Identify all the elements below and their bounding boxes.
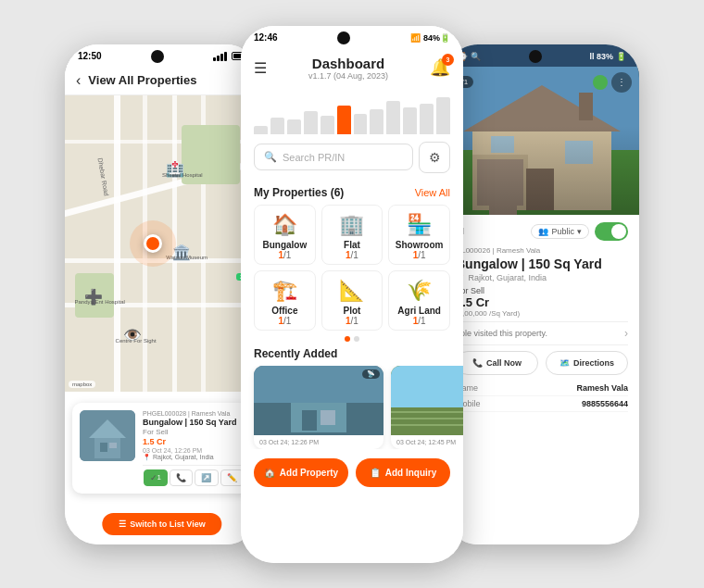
dashboard-header: ☰ Dashboard v1.1.7 (04 Aug, 2023) 🔔 3	[241, 48, 463, 88]
map-card-image	[80, 410, 135, 461]
svg-rect-23	[477, 159, 523, 206]
eye-label: Centre For Sight	[116, 338, 157, 344]
bar-5	[321, 116, 334, 134]
map-property-card: PHGEL000028 | Ramesh Vala Bungalow | 150…	[72, 403, 252, 494]
recent-card-1-image: 📡	[254, 366, 383, 435]
center-status-bar: 12:46 📶 84%🔋	[241, 26, 463, 48]
card-date: 03 Oct 24, 12:26 PM	[143, 447, 245, 454]
share-button[interactable]: ↗️	[195, 469, 219, 486]
recent-card-2-image	[391, 366, 463, 435]
svg-rect-10	[321, 410, 335, 425]
property-price: 1.5 Cr	[456, 295, 628, 309]
page-dots	[241, 331, 463, 347]
svg-rect-28	[489, 206, 517, 215]
property-flat[interactable]: 🏢 Flat 1/1	[321, 205, 383, 265]
bar-8	[370, 109, 383, 133]
version-text: v1.1.7 (04 Aug, 2023)	[308, 71, 388, 81]
left-time: 12:50	[78, 51, 102, 61]
bar-12	[436, 97, 450, 134]
search-icon: 🔍	[264, 151, 277, 163]
left-camera	[151, 50, 164, 63]
bar-6	[337, 106, 351, 134]
filter-button[interactable]: ⚙	[419, 142, 450, 173]
directions-button[interactable]: 🗺️ Directions	[546, 351, 628, 375]
svg-rect-24	[526, 169, 554, 210]
info-table: Name Ramesh Vala Mobile 9885556644	[456, 381, 628, 412]
map-title: View All Properties	[88, 73, 196, 87]
header-title-block: Dashboard v1.1.7 (04 Aug, 2023)	[308, 56, 388, 81]
phone-icon: 📞	[176, 473, 186, 482]
svg-rect-9	[302, 410, 317, 431]
bar-10	[403, 107, 417, 134]
hospital-label: Sheetal Hospital	[162, 172, 203, 178]
recent-card-1-date: 03 Oct 24; 12:26 PM	[254, 435, 383, 449]
visited-row[interactable]: ople visited this property. ›	[456, 321, 628, 345]
right-phone: ⌚ 🔍 ll 83% 🔋	[445, 44, 639, 544]
property-ref: GL000026 | Ramesh Vala	[456, 246, 628, 255]
recent-card-2[interactable]: 03 Oct 24; 12:45 PM	[391, 366, 463, 449]
search-box[interactable]: 🔍 Search PR/IN	[254, 144, 413, 170]
svg-rect-17	[391, 366, 463, 407]
add-property-icon: 🏠	[264, 468, 275, 478]
list-icon: ☰	[119, 519, 126, 529]
recently-added-title: Recently Added	[241, 347, 463, 366]
notification-bell[interactable]: 🔔 3	[430, 57, 450, 78]
add-inquiry-icon: 📋	[370, 468, 381, 478]
view-all-button[interactable]: View All	[415, 187, 450, 198]
verify-button[interactable]: ✓ 1	[144, 469, 168, 486]
dot-2	[354, 336, 359, 342]
status-dot-icon	[593, 75, 608, 90]
property-showroom[interactable]: 🏪 Showroom 1/1	[388, 205, 450, 265]
bar-1	[254, 126, 268, 134]
property-detail-body: ell 👥 Public ▾ GL000026 | Rame	[445, 215, 639, 419]
svg-rect-4	[109, 443, 117, 448]
flat-label: Flat	[344, 240, 360, 250]
menu-button[interactable]: ☰	[254, 59, 267, 77]
showroom-icon: 🏪	[407, 213, 432, 237]
bar-3	[287, 119, 301, 133]
plot-icon: 📐	[339, 279, 364, 303]
card-type: For Sell	[143, 428, 245, 436]
toggle-knob	[611, 224, 626, 239]
add-property-button[interactable]: 🏠 Add Property	[254, 458, 348, 487]
signal-bars	[213, 52, 227, 61]
visibility-badge[interactable]: 👥 Public ▾	[531, 224, 589, 239]
more-options-icon[interactable]: ⋮	[611, 72, 632, 93]
svg-rect-20	[472, 131, 611, 210]
svg-rect-3	[100, 443, 107, 452]
wifi-icon: 📡	[367, 370, 375, 378]
bungalow-count: 1/1	[278, 250, 291, 260]
add-inquiry-button[interactable]: 📋 Add Inquiry	[356, 458, 450, 487]
plot-label: Plot	[344, 306, 361, 316]
wifi-badge: 📡	[362, 369, 380, 379]
property-bungalow[interactable]: 🏠 Bungalow 1/1	[254, 205, 316, 265]
svg-rect-25	[565, 141, 593, 164]
card-property-name: Bungalow | 150 Sq Yard	[143, 418, 245, 427]
property-office[interactable]: 🏗️ Office 1/1	[254, 270, 316, 331]
my-properties-title: My Properties (6)	[254, 186, 344, 199]
map-area[interactable]: Dhebar Road 🏥 Sheetal Hospital 🏛️ Watson…	[65, 95, 259, 392]
bar-9	[386, 101, 400, 133]
svg-rect-26	[491, 136, 514, 153]
bottom-action-buttons: 🏠 Add Property 📋 Add Inquiry	[241, 449, 463, 496]
agri-icon: 🌾	[407, 279, 432, 303]
switch-list-button[interactable]: ☰ Switch to List View	[102, 513, 221, 535]
back-button[interactable]: ‹	[76, 72, 81, 89]
call-now-button[interactable]: 📞 Call Now	[456, 351, 538, 375]
recent-cards-list: 📡 03 Oct 24; 12:26 PM	[241, 366, 463, 449]
info-row-mobile: Mobile 9885556644	[456, 396, 628, 412]
search-row: 🔍 Search PR/IN ⚙	[241, 134, 463, 181]
share-icon: ↗️	[201, 473, 211, 482]
bar-7	[354, 114, 368, 134]
card-price: 1.5 Cr	[143, 437, 245, 446]
showroom-label: Showroom	[396, 240, 444, 250]
directions-icon: 🗺️	[559, 358, 570, 368]
property-plot[interactable]: 📐 Plot 1/1	[321, 270, 383, 331]
recent-card-1[interactable]: 📡 03 Oct 24; 12:26 PM	[254, 366, 383, 449]
call-button[interactable]: 📞	[170, 469, 194, 486]
property-agri[interactable]: 🌾 Agri Land 1/1	[388, 270, 450, 331]
active-toggle[interactable]	[595, 222, 628, 241]
office-label: Office	[271, 306, 297, 316]
property-grid: 🏠 Bungalow 1/1 🏢 Flat 1/1 🏪 Showroom 1/1…	[241, 205, 463, 331]
card-location: 📍Rajkot, Gujarat, India	[143, 454, 245, 461]
